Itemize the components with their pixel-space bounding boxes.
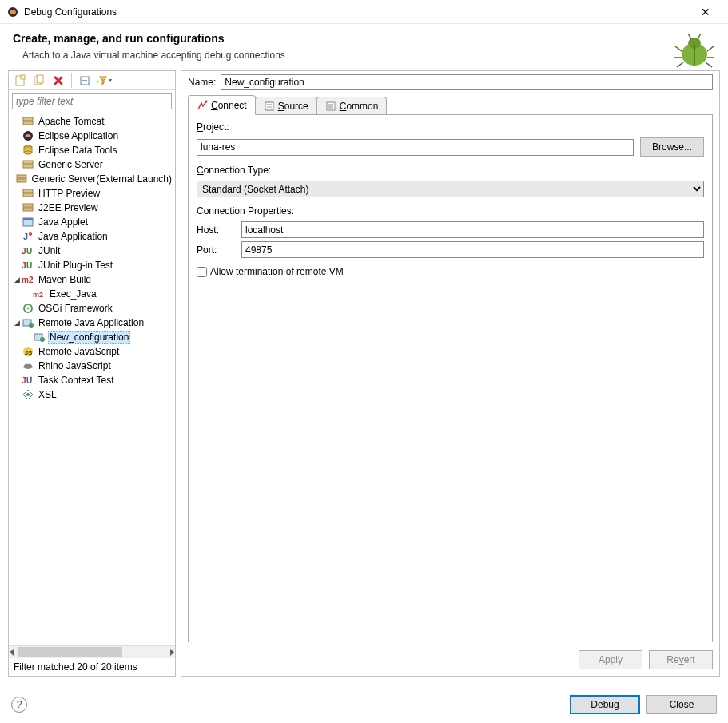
filter-input[interactable] — [12, 93, 172, 109]
junit-icon: JU — [22, 244, 34, 257]
tab-connect[interactable]: Connect — [188, 95, 256, 115]
svg-line-11 — [688, 34, 691, 39]
tree-item-label: New_configuration — [48, 331, 130, 344]
svg-point-64 — [205, 100, 208, 102]
duplicate-config-button[interactable] — [31, 73, 47, 89]
svg-point-41 — [29, 232, 32, 236]
tree-item-osgi-framework[interactable]: OSGi Framework — [9, 301, 175, 316]
task-icon: JUt — [22, 374, 34, 387]
tree-item-label: Apache Tomcat — [37, 116, 106, 127]
server-icon — [22, 115, 34, 128]
svg-marker-21 — [99, 77, 107, 85]
tree-item-java-application[interactable]: JJava Application — [9, 229, 175, 244]
tab-common[interactable]: Common — [316, 97, 388, 114]
server-icon — [15, 173, 28, 185]
tree-item-http-preview[interactable]: HTTP Preview — [9, 186, 175, 201]
svg-text:J: J — [22, 247, 26, 256]
tree-item-eclipse-application[interactable]: Eclipse Application — [9, 129, 175, 143]
maven-red-icon: m2 — [33, 288, 46, 300]
new-config-button[interactable] — [12, 73, 28, 89]
svg-line-10 — [706, 62, 712, 67]
tab-connect-icon — [197, 100, 208, 111]
svg-point-49 — [27, 308, 30, 310]
svg-rect-23 — [23, 117, 33, 121]
configurations-panel: ▾ Apache TomcatEclipse ApplicationEclips… — [8, 70, 176, 677]
tree-item-rhino-javascript[interactable]: Rhino JavaScript — [9, 359, 175, 373]
apply-button[interactable]: Apply — [579, 650, 642, 669]
svg-text:J: J — [22, 261, 26, 270]
svg-text:U: U — [26, 247, 32, 256]
tree-item-label: Remote Java Application — [37, 317, 145, 328]
svg-rect-37 — [23, 208, 33, 211]
tree-item-label: Exec_Java — [48, 288, 98, 300]
tree-item-new-configuration[interactable]: New_configuration — [9, 330, 175, 344]
tree-item-eclipse-data-tools[interactable]: Eclipse Data Tools — [9, 143, 175, 157]
revert-button[interactable]: Revert — [649, 650, 713, 669]
debug-button[interactable]: Debug — [570, 695, 640, 714]
close-window-button[interactable]: ✕ — [690, 6, 722, 18]
expand-arrow-icon[interactable]: ◢ — [12, 276, 22, 284]
svg-text:U: U — [26, 261, 32, 270]
svg-point-26 — [26, 134, 31, 137]
tree-item-generic-server-external-launch-[interactable]: Generic Server(External Launch) — [9, 172, 175, 186]
svg-rect-33 — [17, 179, 26, 182]
tree-item-exec-java[interactable]: m2Exec_Java — [9, 287, 175, 301]
tree-item-apache-tomcat[interactable]: Apache Tomcat — [9, 114, 175, 129]
svg-marker-63 — [170, 649, 174, 656]
connection-type-select[interactable]: Standard (Socket Attach) — [197, 181, 704, 197]
port-input[interactable] — [241, 241, 704, 258]
name-input[interactable] — [221, 74, 713, 90]
svg-text:JS: JS — [25, 349, 32, 356]
eclipse-icon — [6, 6, 19, 18]
tree-item-task-context-test[interactable]: JUtTask Context Test — [9, 373, 175, 387]
tree-item-label: Eclipse Data Tools — [37, 145, 119, 156]
tree-item-remote-javascript[interactable]: JSRemote JavaScript — [9, 344, 175, 359]
horizontal-scrollbar[interactable] — [9, 645, 175, 658]
tab-source-icon — [264, 101, 275, 112]
help-button[interactable]: ? — [11, 697, 27, 713]
tree-item-xsl[interactable]: XSL — [9, 387, 175, 402]
tree-item-junit-plug-in-test[interactable]: JUJUnit Plug-in Test — [9, 258, 175, 272]
host-input[interactable] — [241, 221, 704, 238]
tree-item-label: XSL — [37, 389, 58, 400]
close-button[interactable]: Close — [646, 695, 717, 714]
tree-item-label: Java Application — [37, 231, 109, 242]
tree-item-remote-java-application[interactable]: ◢Remote Java Application — [9, 316, 175, 330]
titlebar: Debug Configurations ✕ — [0, 0, 728, 24]
config-tree[interactable]: Apache TomcatEclipse ApplicationEclipse … — [9, 113, 175, 645]
tree-item-junit[interactable]: JUJUnit — [9, 244, 175, 258]
delete-config-button[interactable] — [50, 73, 66, 89]
tree-item-java-applet[interactable]: Java Applet — [9, 215, 175, 229]
svg-rect-32 — [17, 175, 26, 178]
maven-icon: m2 — [22, 273, 34, 286]
browse-button[interactable]: Browse... — [640, 137, 704, 157]
svg-marker-22 — [97, 79, 99, 84]
name-label: Name: — [188, 77, 216, 88]
collapse-all-button[interactable] — [77, 73, 93, 89]
svg-text:J: J — [23, 232, 28, 241]
tree-item-generic-server[interactable]: Generic Server — [9, 157, 175, 172]
dialog-header: Create, manage, and run configurations A… — [0, 24, 728, 70]
svg-point-53 — [40, 337, 45, 342]
filter-button[interactable]: ▾ — [96, 73, 112, 89]
svg-text:m2: m2 — [33, 291, 43, 299]
tree-item-label: JUnit Plug-in Test — [37, 260, 114, 271]
project-label: Project: — [197, 121, 704, 133]
eclipse-icon — [22, 129, 34, 142]
tab-source[interactable]: Source — [255, 97, 317, 114]
project-input[interactable] — [197, 139, 634, 156]
tree-item-label: OSGi Framework — [37, 303, 114, 314]
java-icon: J — [22, 230, 34, 243]
allow-termination-checkbox[interactable] — [197, 267, 207, 277]
tree-item-label: Rhino JavaScript — [37, 360, 113, 371]
tree-item-label: Maven Build — [37, 274, 93, 285]
connect-tab-body: Project: Browse... Connection Type: Stan… — [188, 115, 713, 642]
expand-arrow-icon[interactable]: ◢ — [12, 319, 22, 327]
tree-item-maven-build[interactable]: ◢m2Maven Build — [9, 272, 175, 287]
header-subtitle: Attach to a Java virtual machine accepti… — [22, 50, 715, 61]
svg-point-1 — [10, 10, 16, 14]
tree-item-j2ee-preview[interactable]: J2EE Preview — [9, 201, 175, 215]
tab-common-icon — [325, 101, 336, 112]
rhino-icon — [22, 360, 34, 372]
tree-item-label: JUnit — [37, 245, 62, 256]
